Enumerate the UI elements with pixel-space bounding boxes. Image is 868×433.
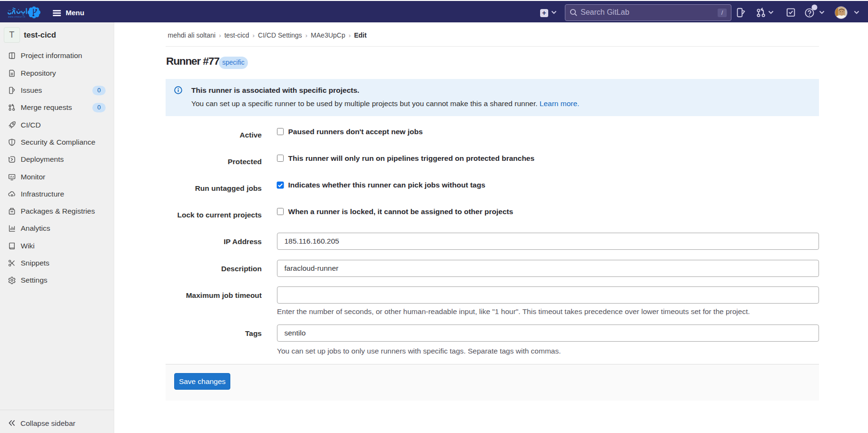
- svg-text:WWW.OPENGIT.IR: WWW.OPENGIT.IR: [8, 16, 26, 18]
